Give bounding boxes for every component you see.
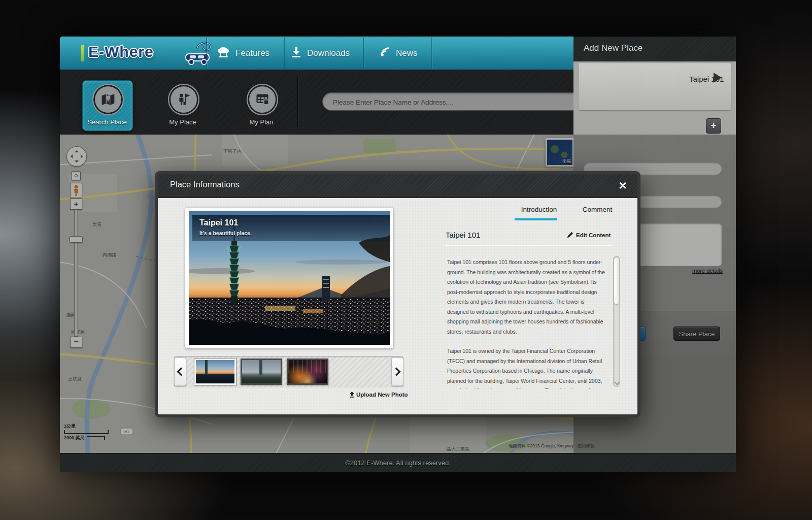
expand-play-icon[interactable] [714,73,727,83]
scrollbar-thumb[interactable] [614,257,619,304]
edit-content-link[interactable]: Edit Content [567,232,611,238]
nav-item-label: News [396,48,418,58]
header-divider [363,38,364,69]
edit-content-label: Edit Content [576,232,611,238]
sidebar-header: Add New Place [573,37,736,61]
add-field-button[interactable]: + [706,118,721,134]
content-heading: Taipei 101 [446,231,480,239]
place-informations-modal: Place Informations × [155,171,640,417]
photo-thumbnail-1[interactable] [194,359,236,385]
active-tab-underline [515,218,557,220]
download-icon [291,46,302,60]
car-logo-icon [182,41,213,68]
upload-label: Upload New Photo [356,392,408,398]
close-icon[interactable]: × [615,177,630,194]
toolbar-item-label: Search Place [82,118,132,126]
page-footer: ©2012 E-Where. All rights reserved. [60,453,736,472]
photo-thumbnail-2[interactable] [241,359,282,385]
rss-icon [380,46,391,60]
carousel-next-button[interactable] [391,358,403,386]
upload-new-photo-link[interactable]: Upload New Photo [349,392,408,398]
search-input[interactable] [332,93,572,111]
modal-title: Place Informations [170,180,240,189]
photo-title: Taipei 101 [199,218,238,228]
header-divider [284,38,285,69]
toolbar-divider [298,77,298,127]
intro-paragraph: Taipei 101 is owned by the Taipei Financ… [447,346,606,389]
sidebar-title: Add New Place [584,43,642,53]
tab-introduction[interactable]: Introduction [516,206,562,213]
photo-thumbnail-3[interactable] [287,359,328,385]
chevron-left-icon [177,368,186,376]
pencil-icon [567,232,573,238]
nav-item-label: Features [235,48,269,58]
main-photo-frame: Taipei 101 It's a beautiful place. [185,208,393,348]
intro-paragraph: Taipei 101 comprises 101 floors above gr… [447,257,606,337]
main-photo: Taipei 101 It's a beautiful place. [189,211,390,345]
header-divider [206,38,207,69]
header-divider [431,38,432,69]
tab-comment[interactable]: Comment [578,206,617,213]
my-plan-calendar-icon[interactable] [247,84,278,115]
nav-item-downloads[interactable]: Downloads [291,37,350,70]
toolbar-item-label: My Place [158,118,208,126]
features-cloud-icon [216,46,230,60]
content-scrollbar[interactable] [613,256,620,387]
search-place-map-icon[interactable] [92,84,124,115]
place-result-row[interactable]: Taipei 101 [579,63,731,110]
copyright-text: ©2012 E-Where. All rights reserved. [345,459,451,467]
section-divider [446,245,613,245]
logo-accent-bar [81,45,84,61]
introduction-text: Taipei 101 comprises 101 floors above gr… [447,255,606,389]
nav-item-news[interactable]: News [380,37,418,70]
app-logo[interactable]: E-Where [88,43,154,60]
app-window: E-Where F [60,37,736,472]
photo-caption: Taipei 101 It's a beautiful place. [192,215,390,241]
carousel-prev-button[interactable] [174,358,186,386]
my-place-person-flag-icon[interactable] [168,84,199,115]
modal-header: Place Informations × [158,174,637,198]
upload-icon [349,392,355,398]
toolbar-item-label: My Plan [236,118,286,126]
modal-body: Taipei 101 It's a beautiful place. [158,198,637,414]
photo-subtitle: It's a beautiful place. [199,230,252,236]
nav-item-features[interactable]: Features [216,37,269,70]
scroll-down-icon [614,379,620,385]
nav-item-label: Downloads [307,48,350,58]
place-search-bar [322,92,606,111]
chevron-right-icon [392,368,401,376]
